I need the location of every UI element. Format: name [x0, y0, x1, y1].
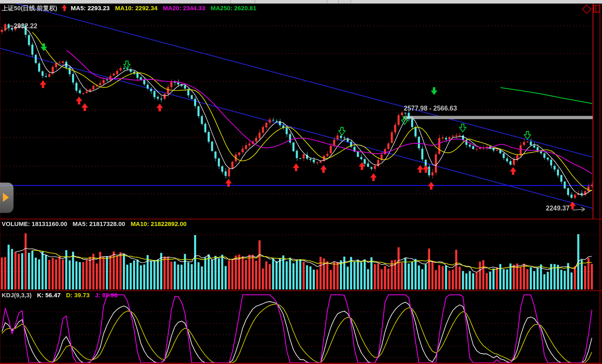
- strip-divider: [351, 0, 351, 3]
- volume-kdj-divider: [0, 290, 602, 291]
- kdj-d-value: D: 39.73: [66, 292, 90, 298]
- symbol-title: 上证50(日线.前复权): [2, 5, 57, 11]
- kdj-title: KDJ(9,3,3): [2, 292, 32, 298]
- ma20-value: MA20: 2344.33: [163, 5, 205, 11]
- main-chart-right-border: [593, 3, 593, 219]
- kdj-k-value: K: 56.47: [37, 292, 61, 298]
- low-price-label: 2249.37: [546, 205, 570, 212]
- ma10-value: MA10: 2292.34: [115, 5, 157, 11]
- stock-app-window: 上证50(日线.前复权)MA5: 2293.23 MA10: 2292.34 M…: [0, 0, 602, 364]
- screen-right-border: [600, 3, 600, 363]
- high-price-label: ~2932.22: [10, 23, 37, 30]
- sidebar-expand-handle[interactable]: [0, 183, 14, 213]
- kdj-header: KDJ(9,3,3) K: 56.47 D: 39.73 J: 89.96: [2, 292, 121, 298]
- strip-divider: [231, 0, 231, 3]
- volume-value: VOLUME: 18131160.00: [2, 220, 67, 227]
- ma5-value: MA5: 2293.23: [71, 5, 110, 11]
- expand-arrow-icon: [3, 193, 9, 202]
- strip-divider: [255, 0, 255, 3]
- strip-divider: [327, 0, 327, 3]
- main-chart-header: 上证50(日线.前复权)MA5: 2293.23 MA10: 2292.34 M…: [2, 5, 260, 12]
- main-volume-divider: [0, 219, 602, 219]
- kdj-j-value: J: 89.96: [95, 292, 118, 298]
- main-chart-canvas[interactable]: [0, 0, 602, 219]
- volume-chart-canvas[interactable]: [0, 219, 602, 291]
- kdj-chart-canvas[interactable]: [0, 291, 602, 364]
- split-window-icon[interactable]: [593, 5, 600, 13]
- toolbar-bottom-strip: [0, 0, 602, 4]
- ma250-value: MA250: 2620.81: [210, 5, 256, 11]
- strip-divider: [338, 0, 339, 3]
- volume-header: VOLUME: 18131160.00 MA5: 21817328.00 MA1…: [2, 220, 190, 227]
- gap-price-label: 2577.98 - 2566.63: [404, 105, 457, 112]
- volume-ma5-value: MA5: 21817328.00: [72, 220, 125, 227]
- volume-ma10-value: MA10: 21822892.00: [131, 220, 187, 227]
- up-arrow-icon: [62, 5, 67, 11]
